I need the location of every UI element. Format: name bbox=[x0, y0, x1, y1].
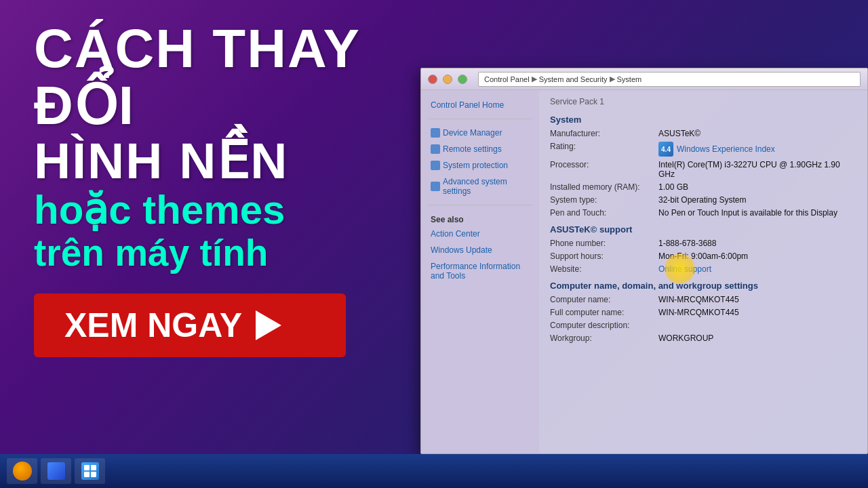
remote-settings-label: Remote settings bbox=[443, 144, 502, 154]
title-line-4: trên máy tính bbox=[34, 232, 400, 274]
description-row: Computer description: bbox=[550, 321, 857, 330]
play-icon bbox=[256, 310, 281, 340]
processor-label: Processor: bbox=[550, 160, 658, 169]
maximize-button[interactable] bbox=[458, 75, 467, 84]
online-support-link[interactable]: Online support bbox=[658, 264, 857, 274]
workgroup-row: Workgroup: WORKGROUP bbox=[550, 333, 857, 343]
breadcrumb-control-panel: Control Panel bbox=[484, 75, 530, 83]
ram-value: 1.00 GB bbox=[658, 182, 857, 192]
windows-experience-badge[interactable]: 4.4 Windows Experience Index bbox=[658, 142, 857, 157]
cta-label: XEM NGAY bbox=[64, 306, 242, 345]
windows-system-panel: Control Panel ▶ System and Security ▶ Sy… bbox=[420, 68, 868, 454]
left-panel: CÁCH THAY ĐỔI HÌNH NỀN hoặc themes trên … bbox=[0, 0, 434, 447]
website-label: Website: bbox=[550, 264, 658, 274]
minimize-button[interactable] bbox=[443, 75, 452, 84]
sidebar-item-action-center[interactable]: Action Center bbox=[428, 226, 532, 242]
device-manager-icon bbox=[431, 128, 440, 138]
hours-label: Support hours: bbox=[550, 251, 658, 261]
website-row: Website: Online support bbox=[550, 264, 857, 274]
sidebar-item-remote-settings[interactable]: Remote settings bbox=[428, 141, 532, 157]
advanced-settings-label: Advanced system settings bbox=[443, 177, 530, 196]
system-type-row: System type: 32-bit Operating System bbox=[550, 195, 857, 205]
taskbar-item-2[interactable] bbox=[75, 458, 105, 484]
phone-row: Phone number: 1-888-678-3688 bbox=[550, 239, 857, 248]
breadcrumb-system: System bbox=[617, 75, 642, 83]
home-label: Control Panel Home bbox=[431, 100, 504, 110]
system-type-label: System type: bbox=[550, 195, 658, 205]
badge-score: 4.4 bbox=[661, 146, 671, 153]
firefox-icon bbox=[13, 462, 32, 481]
pen-touch-label: Pen and Touch: bbox=[550, 208, 658, 218]
phone-value: 1-888-678-3688 bbox=[658, 239, 857, 248]
hours-row: Support hours: Mon-Fri: 9:00am-6:00pm bbox=[550, 251, 857, 261]
sidebar-item-home[interactable]: Control Panel Home bbox=[428, 97, 532, 113]
experience-badge-icon: 4.4 bbox=[658, 142, 673, 157]
system-protection-icon bbox=[431, 161, 440, 170]
sidebar-item-device-manager[interactable]: Device Manager bbox=[428, 125, 532, 141]
phone-label: Phone number: bbox=[550, 239, 658, 248]
sidebar-item-system-protection[interactable]: System protection bbox=[428, 157, 532, 174]
breadcrumb-arrow-2: ▶ bbox=[610, 75, 615, 83]
sidebar-item-windows-update[interactable]: Windows Update bbox=[428, 242, 532, 258]
manufacturer-row: Manufacturer: ASUSTeK© bbox=[550, 129, 857, 138]
full-computer-name-value: WIN-MRCQMKOT445 bbox=[658, 308, 857, 317]
performance-label: Performance Information and Tools bbox=[431, 262, 530, 281]
rating-row: Rating: 4.4 Windows Experience Index bbox=[550, 142, 857, 157]
breadcrumb-arrow-1: ▶ bbox=[532, 75, 537, 83]
advanced-settings-icon bbox=[431, 182, 440, 191]
manufacturer-value: ASUSTeK© bbox=[658, 129, 857, 138]
windows-experience-link[interactable]: Windows Experience Index bbox=[677, 144, 775, 154]
system-protection-label: System protection bbox=[443, 161, 508, 170]
sidebar-item-performance[interactable]: Performance Information and Tools bbox=[428, 258, 532, 284]
taskbar-firefox-btn[interactable] bbox=[7, 458, 37, 484]
computer-name-label: Computer name: bbox=[550, 295, 658, 304]
sidebar-divider-2 bbox=[428, 205, 532, 205]
see-also-header: See also bbox=[428, 211, 532, 226]
title-line-3: hoặc themes bbox=[34, 188, 400, 232]
taskbar bbox=[0, 454, 868, 488]
description-label: Computer description: bbox=[550, 321, 658, 330]
pen-touch-row: Pen and Touch: No Pen or Touch Input is … bbox=[550, 208, 857, 218]
device-manager-label: Device Manager bbox=[443, 128, 502, 138]
windows-update-label: Windows Update bbox=[431, 245, 492, 255]
full-computer-name-label: Full computer name: bbox=[550, 308, 658, 317]
processor-row: Processor: Intel(R) Core(TM) i3-3227U CP… bbox=[550, 160, 857, 179]
ram-row: Installed memory (RAM): 1.00 GB bbox=[550, 182, 857, 192]
system-section-title: System bbox=[550, 115, 857, 125]
computer-section-title: Computer name, domain, and workgroup set… bbox=[550, 281, 857, 291]
full-computer-name-row: Full computer name: WIN-MRCQMKOT445 bbox=[550, 308, 857, 317]
sidebar-divider-1 bbox=[428, 119, 532, 119]
support-section-title: ASUSTeK© support bbox=[550, 224, 857, 235]
processor-value: Intel(R) Core(TM) i3-3227U CPU @ 1.90GHz… bbox=[658, 160, 857, 179]
main-area: Service Pack 1 System Manufacturer: ASUS… bbox=[540, 90, 867, 453]
remote-settings-icon bbox=[431, 144, 440, 154]
service-pack: Service Pack 1 bbox=[550, 97, 857, 106]
workgroup-value: WORKGROUP bbox=[658, 333, 857, 343]
taskbar-grid-icon bbox=[81, 462, 99, 480]
sidebar: Control Panel Home Device Manager Remote… bbox=[421, 90, 540, 453]
cta-button[interactable]: XEM NGAY bbox=[34, 293, 346, 357]
taskbar-square-icon bbox=[47, 462, 65, 480]
ram-label: Installed memory (RAM): bbox=[550, 182, 658, 192]
title-line-1: CÁCH THAY ĐỔI bbox=[34, 20, 400, 134]
window-titlebar: Control Panel ▶ System and Security ▶ Sy… bbox=[421, 68, 867, 90]
sidebar-item-advanced-settings[interactable]: Advanced system settings bbox=[428, 174, 532, 199]
address-bar[interactable]: Control Panel ▶ System and Security ▶ Sy… bbox=[478, 72, 861, 87]
title-line-2: HÌNH NỀN bbox=[34, 134, 400, 188]
rating-label: Rating: bbox=[550, 142, 658, 151]
hours-value: Mon-Fri: 9:00am-6:00pm bbox=[658, 251, 857, 261]
action-center-label: Action Center bbox=[431, 229, 480, 239]
workgroup-label: Workgroup: bbox=[550, 333, 658, 343]
computer-name-value: WIN-MRCQMKOT445 bbox=[658, 295, 857, 304]
system-type-value: 32-bit Operating System bbox=[658, 195, 857, 205]
manufacturer-label: Manufacturer: bbox=[550, 129, 658, 138]
breadcrumb-system-security: System and Security bbox=[539, 75, 608, 83]
taskbar-item-1[interactable] bbox=[41, 458, 71, 484]
panel-content: Control Panel Home Device Manager Remote… bbox=[421, 90, 867, 453]
computer-name-row: Computer name: WIN-MRCQMKOT445 bbox=[550, 295, 857, 304]
pen-touch-value: No Pen or Touch Input is available for t… bbox=[658, 208, 857, 218]
close-button[interactable] bbox=[428, 75, 437, 84]
